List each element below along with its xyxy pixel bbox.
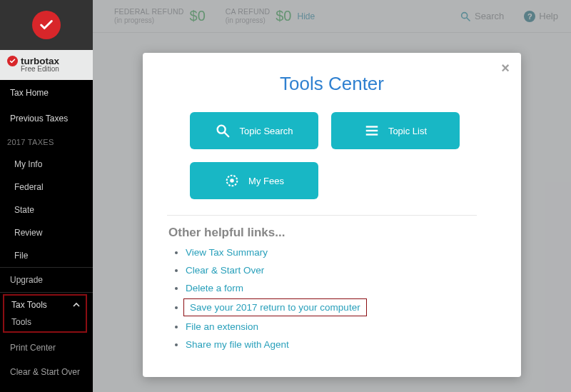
topic-list-button[interactable]: Topic List [331, 112, 460, 149]
link-clear-start-over[interactable]: Clear & Start Over [186, 265, 497, 276]
sidebar: turbotax Free Edition Tax Home Previous … [0, 0, 93, 392]
nav-tax-home[interactable]: Tax Home [0, 80, 93, 106]
brand-block: turbotax Free Edition [0, 50, 93, 80]
nav-clear-start-over[interactable]: Clear & Start Over [0, 360, 93, 384]
nav-file[interactable]: File [0, 244, 93, 267]
svg-point-8 [230, 179, 234, 183]
link-file-extension[interactable]: File an extension [186, 321, 497, 332]
modal-overlay: × Tools Center Topic Search Topic [93, 0, 571, 392]
link-delete-form[interactable]: Delete a form [186, 283, 497, 293]
tools-center-modal: × Tools Center Topic Search Topic [143, 53, 521, 377]
menu-icon [364, 123, 380, 139]
topic-search-label: Topic Search [239, 126, 293, 136]
my-fees-label: My Fees [248, 176, 284, 186]
tools-button-grid: Topic Search Topic List My Fees [167, 112, 497, 212]
nav-federal[interactable]: Federal [0, 176, 93, 198]
nav-tax-tools[interactable]: Tax Tools [1, 293, 89, 314]
link-share-with-agent[interactable]: Share my file with Agent [186, 339, 497, 350]
other-links-heading: Other helpful links... [168, 226, 497, 240]
modal-title: Tools Center [167, 73, 497, 95]
search-icon [215, 123, 231, 139]
topic-list-label: Topic List [388, 126, 427, 136]
my-fees-button[interactable]: My Fees [190, 162, 318, 199]
brand-sub: Free Edition [7, 65, 59, 73]
nav-tools[interactable]: Tools [1, 314, 89, 334]
link-save-return-highlight: Save your 2017 return to your computer [186, 301, 365, 314]
topic-search-button[interactable]: Topic Search [190, 112, 318, 149]
nav-review[interactable]: Review [0, 221, 93, 244]
nav-my-info[interactable]: My Info [0, 153, 93, 176]
fees-icon [224, 173, 240, 189]
nav-section-2017: 2017 TAXES [0, 131, 93, 153]
nav-tax-tools-label: Tax Tools [11, 300, 47, 310]
nav-state[interactable]: State [0, 198, 93, 221]
nav-upgrade[interactable]: Upgrade [0, 267, 93, 293]
check-circle-icon [32, 11, 61, 39]
app-root: turbotax Free Edition Tax Home Previous … [0, 0, 571, 392]
nav-previous-taxes[interactable]: Previous Taxes [0, 106, 93, 131]
divider [167, 215, 477, 216]
modal-close-button[interactable]: × [501, 60, 510, 76]
close-icon: × [501, 60, 510, 76]
link-save-return[interactable]: Save your 2017 return to your computer [186, 301, 497, 314]
main: FEDERAL REFUND (in progress) $0 CA REFUN… [93, 0, 571, 392]
svg-line-3 [225, 133, 229, 137]
app-logo-box [0, 0, 93, 50]
other-links-list: View Tax Summary Clear & Start Over Dele… [167, 247, 497, 350]
chevron-up-icon [73, 301, 80, 308]
nav-print-center[interactable]: Print Center [0, 336, 93, 360]
link-view-tax-summary[interactable]: View Tax Summary [186, 247, 497, 258]
nav-tax-tools-group-highlight: Tax Tools Tools [1, 293, 89, 334]
